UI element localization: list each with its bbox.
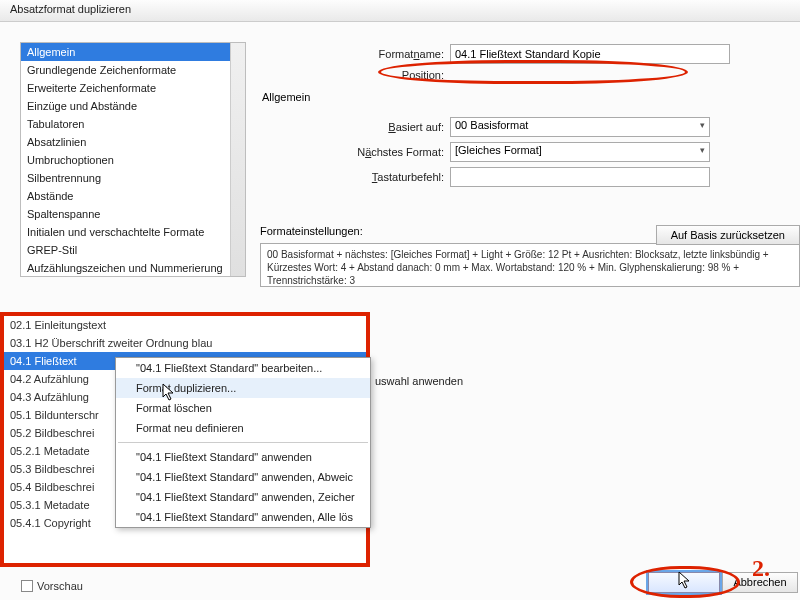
category-item[interactable]: Aufzählungszeichen und Nummerierung	[21, 259, 245, 277]
menu-apply-all[interactable]: "04.1 Fließtext Standard" anwenden, Alle…	[116, 507, 370, 527]
preview-checkbox[interactable]: Vorschau	[21, 580, 83, 592]
style-item[interactable]: 02.1 Einleitungstext	[4, 316, 366, 334]
dialog-body: Allgemein Grundlegende Zeichenformate Er…	[0, 22, 800, 600]
position-label: Position:	[260, 69, 450, 81]
menu-apply-overrides[interactable]: "04.1 Fließtext Standard" anwenden, Abwe…	[116, 467, 370, 487]
category-item[interactable]: Einzüge und Abstände	[21, 97, 245, 115]
menu-redefine-style[interactable]: Format neu definieren	[116, 418, 370, 438]
category-item[interactable]: Absatzlinien	[21, 133, 245, 151]
category-item[interactable]: Tabulatoren	[21, 115, 245, 133]
apply-to-selection-label: uswahl anwenden	[375, 375, 463, 387]
window-title: Absatzformat duplizieren	[10, 3, 131, 15]
format-settings: Formateinstellungen: Auf Basis zurückset…	[260, 225, 800, 287]
category-item[interactable]: Allgemein	[21, 43, 245, 61]
formatname-input[interactable]	[450, 44, 730, 64]
shortcut-label: Tastaturbefehl:	[260, 171, 450, 183]
window-titlebar: Absatzformat duplizieren	[0, 0, 800, 22]
menu-duplicate-style[interactable]: Format duplizieren...	[116, 378, 370, 398]
formatname-label: Formatname:	[260, 48, 450, 60]
general-form: Formatname: Position: Allgemein Basiert …	[260, 44, 798, 192]
category-item[interactable]: Erweiterte Zeichenformate	[21, 79, 245, 97]
category-item[interactable]: Initialen und verschachtelte Formate	[21, 223, 245, 241]
checkbox-icon[interactable]	[21, 580, 33, 592]
category-item[interactable]: Silbentrennung	[21, 169, 245, 187]
cancel-button[interactable]: Abbrechen	[722, 572, 798, 593]
reset-button[interactable]: Auf Basis zurücksetzen	[656, 225, 800, 245]
menu-edit-style[interactable]: "04.1 Fließtext Standard" bearbeiten...	[116, 358, 370, 378]
category-list[interactable]: Allgemein Grundlegende Zeichenformate Er…	[20, 42, 246, 277]
section-heading: Allgemein	[262, 91, 798, 103]
menu-apply-charstyle[interactable]: "04.1 Fließtext Standard" anwenden, Zeic…	[116, 487, 370, 507]
category-item[interactable]: GREP-Stil	[21, 241, 245, 259]
nextformat-label: Nächstes Format:	[260, 146, 450, 158]
category-item[interactable]: Abstände	[21, 187, 245, 205]
shortcut-input[interactable]	[450, 167, 710, 187]
category-item[interactable]: Umbruchoptionen	[21, 151, 245, 169]
menu-delete-style[interactable]: Format löschen	[116, 398, 370, 418]
preview-label: Vorschau	[37, 580, 83, 592]
basedon-label: Basiert auf:	[260, 121, 450, 133]
menu-apply[interactable]: "04.1 Fließtext Standard" anwenden	[116, 447, 370, 467]
settings-summary: 00 Basisformat + nächstes: [Gleiches For…	[260, 243, 800, 287]
context-menu: "04.1 Fließtext Standard" bearbeiten... …	[115, 357, 371, 528]
style-item[interactable]: 03.1 H2 Überschrift zweiter Ordnung blau	[4, 334, 366, 352]
menu-separator	[118, 442, 368, 443]
ok-button[interactable]	[648, 572, 720, 593]
category-item[interactable]: Spaltenspanne	[21, 205, 245, 223]
basedon-select[interactable]: 00 Basisformat	[450, 117, 710, 137]
category-item[interactable]: Grundlegende Zeichenformate	[21, 61, 245, 79]
nextformat-select[interactable]: [Gleiches Format]	[450, 142, 710, 162]
